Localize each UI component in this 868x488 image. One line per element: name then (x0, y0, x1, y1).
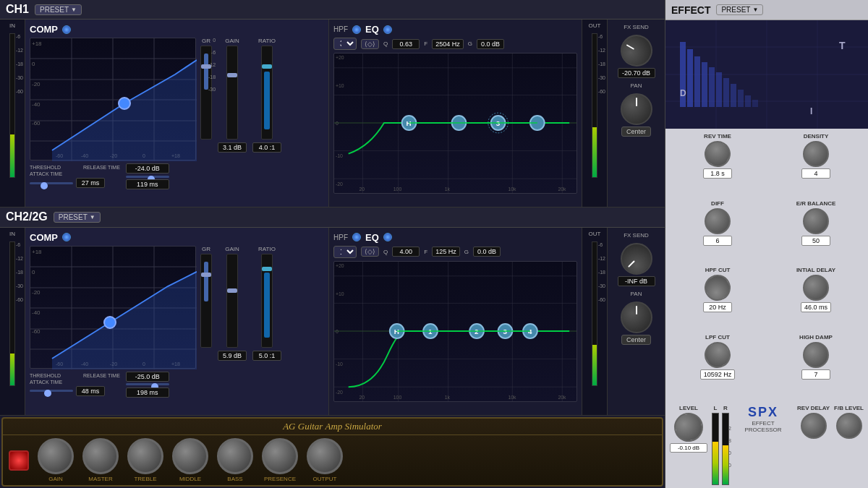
amp-master-knob[interactable] (82, 438, 119, 474)
ch1-fx-knob[interactable] (614, 29, 658, 72)
ch2-hpf-label: HPF (333, 234, 348, 241)
ch1-out-vu: OUT -6-12-18-30-60 (582, 20, 607, 207)
amp-presence-knob[interactable] (262, 438, 298, 474)
hpf-cut-label: HPF CUT (705, 267, 731, 273)
effect-preset-button[interactable]: PRESET (716, 4, 763, 15)
ch1-fx-label: FX SEND (624, 24, 649, 30)
ch2-q-value: 4.00 (392, 247, 420, 257)
rev-delay-knob[interactable] (801, 413, 827, 439)
ch1-gr-slider[interactable]: GR 0-6-12-18-30 (200, 38, 212, 160)
ch1-gain-slider[interactable]: GAIN 3.1 dB (218, 38, 247, 160)
initial-delay-knob[interactable] (803, 275, 829, 301)
ch2-attack-label: ATTACK TIME (30, 380, 80, 385)
amp-middle-knob[interactable] (172, 438, 208, 474)
ch2-gain-slider[interactable]: GAIN 5.9 dB (218, 246, 247, 369)
amp-power-btn[interactable] (9, 450, 29, 471)
ch2-release-slider[interactable] (126, 383, 169, 386)
ch1-label: CH1 (6, 3, 29, 16)
amp-master-group: MASTER (82, 438, 119, 482)
amp-gain-knob[interactable] (38, 438, 74, 474)
amp-treble-knob[interactable] (127, 438, 163, 474)
ch1-pan-value-btn[interactable]: Center (621, 127, 651, 137)
hpf-cut-knob[interactable] (699, 270, 735, 305)
amp-output-knob[interactable] (307, 438, 343, 474)
ch1-f-value: 2504 Hz (432, 39, 464, 49)
ch2-pan-value-btn[interactable]: Center (621, 335, 651, 345)
ch2-fx-knob[interactable] (613, 236, 658, 281)
ch2-header: CH2/2G PRESET (0, 207, 665, 227)
er-balance-value: 50 (801, 236, 830, 246)
ch1-f-label: F (424, 40, 427, 47)
ch2-label: CH2/2G (6, 210, 48, 223)
ch2-attack-value: 48 ms (76, 386, 105, 396)
diff-knob[interactable] (705, 208, 731, 234)
ch1-q-value: 0.63 (392, 39, 420, 49)
ch1-pan-label: PAN (631, 82, 642, 89)
ch2-threshold-label: THRESHOLD (30, 373, 80, 378)
ch1-gain-value: 3.1 dB (218, 142, 247, 153)
svg-text:+10: +10 (336, 291, 344, 296)
svg-text:20: 20 (359, 395, 365, 400)
svg-text:0: 0 (336, 121, 339, 126)
ch2-q-label: Q (383, 249, 388, 255)
ch2-eq-power[interactable] (383, 233, 392, 241)
ch1-eq-power[interactable] (383, 25, 392, 34)
svg-text:I: I (810, 106, 812, 116)
rev-time-knob[interactable] (699, 136, 735, 171)
ch2-threshold-value: -25.0 dB (126, 372, 169, 382)
amp-bass-knob[interactable] (217, 438, 253, 474)
ch1-eq-header: HPF EQ (333, 24, 577, 35)
svg-rect-108 (709, 67, 715, 107)
reverb-display: T D I (665, 20, 868, 129)
ch1-ratio-slider[interactable]: RATIO 4.0 :1 (252, 38, 281, 160)
ch1-pan-knob[interactable] (621, 93, 652, 125)
density-knob[interactable] (803, 141, 829, 167)
ch1-band-filter-icon[interactable]: ⟨◇⟩ (361, 39, 379, 49)
ch1-eq-band-select[interactable]: 3124 (333, 38, 357, 50)
svg-rect-114 (752, 100, 758, 107)
svg-text:-20: -20 (336, 181, 343, 187)
ch2-preset-button[interactable]: PRESET (54, 212, 101, 223)
ch1-preset-button[interactable]: PRESET (35, 4, 82, 15)
lpf-cut-knob[interactable] (699, 337, 735, 372)
level-value: -0.10 dB (670, 443, 707, 453)
density-section: DENSITY 4 (768, 133, 864, 197)
high-damp-knob[interactable] (803, 342, 829, 368)
amp-gain-group: GAIN (38, 438, 74, 482)
ch1-comp-power[interactable] (62, 25, 71, 34)
svg-rect-109 (716, 72, 722, 107)
ch2-ratio-slider[interactable]: RATIO 5.0 :1 (252, 246, 281, 369)
amp-title: AG Guitar Amp Simulator (283, 421, 382, 432)
density-value: 4 (801, 168, 830, 179)
lr-meters: L -6-12-18-30-60 R (712, 405, 729, 485)
ch2-attack-slider[interactable] (30, 390, 73, 393)
fb-level-section: F/B LEVEL (834, 405, 864, 439)
ch2-band-filter-icon[interactable]: ⟨◇⟩ (361, 247, 379, 257)
level-knob[interactable] (672, 411, 705, 444)
r-meter-label: R (723, 405, 728, 411)
ch1-attack-slider[interactable] (30, 181, 73, 184)
initial-delay-section: INTIAL DELAY 46.0 ms (768, 267, 864, 312)
ch2-hpf-power[interactable] (352, 233, 361, 241)
lpf-cut-section: LPF CUT 10592 Hz (670, 334, 765, 398)
ch2-pan-label: PAN (631, 291, 642, 297)
ch2-eq-band-select[interactable]: 1234 (333, 246, 357, 258)
fb-level-label: F/B LEVEL (834, 405, 864, 411)
er-balance-knob[interactable] (803, 208, 829, 234)
ch1-threshold-label: THRESHOLD (30, 165, 80, 170)
er-balance-label: E/R BALANCE (796, 200, 836, 207)
ch1-section: IN -6-12-18-30-60 COMP (0, 20, 665, 207)
ch2-comp-title: COMP (30, 232, 58, 243)
svg-text:100: 100 (393, 187, 402, 192)
fb-level-knob[interactable] (836, 413, 862, 439)
ch1-release-slider[interactable] (126, 175, 169, 178)
ch1-q-label: Q (383, 40, 388, 47)
ch2-gr-slider[interactable]: GR (200, 246, 212, 369)
ch1-hpf-power[interactable] (352, 25, 361, 34)
svg-rect-111 (731, 84, 736, 107)
ch2-comp-graph: +18 0 -20 -40 -60 -60 -40 -20 0 +18 (30, 246, 196, 369)
ch2-comp-power[interactable] (62, 233, 71, 241)
ch1-comp-title: COMP (30, 24, 58, 35)
ch2-pan-knob[interactable] (621, 301, 652, 333)
svg-text:1k: 1k (445, 187, 451, 192)
